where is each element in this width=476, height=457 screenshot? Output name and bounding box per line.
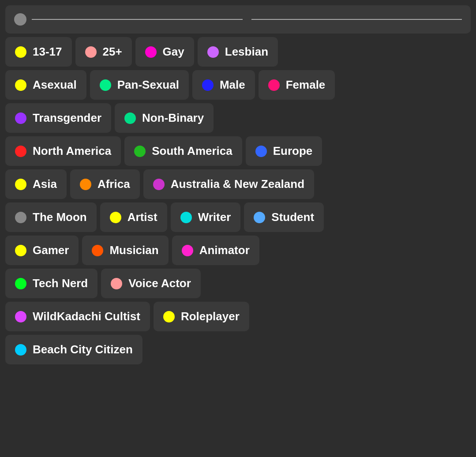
tag-label-1-0: Asexual xyxy=(33,78,77,92)
tag-7-0[interactable]: Tech Nerd xyxy=(5,269,97,298)
tag-row-0: 13-1725+GayLesbian xyxy=(5,37,471,67)
tag-label-7-1: Voice Actor xyxy=(128,277,191,290)
tag-dot-5-3 xyxy=(254,212,265,223)
tag-label-0-0: 13-17 xyxy=(33,45,62,59)
tag-dot-1-2 xyxy=(202,79,214,91)
tag-0-1[interactable]: 25+ xyxy=(75,37,132,67)
tag-row-6: GamerMusicianAnimator xyxy=(5,236,471,265)
tag-row-3: North AmericaSouth AmericaEurope xyxy=(5,136,471,166)
tag-label-6-0: Gamer xyxy=(33,243,69,257)
tag-4-0[interactable]: Asia xyxy=(5,169,67,199)
tag-3-2[interactable]: Europe xyxy=(246,136,322,166)
tag-label-3-0: North America xyxy=(33,144,111,158)
tag-dot-6-1 xyxy=(92,245,103,256)
tag-dot-0-2 xyxy=(145,46,157,58)
tag-row-7: Tech NerdVoice Actor xyxy=(5,269,471,298)
tag-1-2[interactable]: Male xyxy=(192,70,255,100)
tag-label-8-1: Roleplayer xyxy=(181,310,240,323)
tag-label-3-1: South America xyxy=(152,144,232,158)
tag-dot-8-0 xyxy=(15,311,26,322)
tag-dot-0-1 xyxy=(85,46,97,58)
tag-dot-7-1 xyxy=(111,278,122,289)
tag-2-1[interactable]: Non-Binary xyxy=(115,103,214,133)
tag-row-9: Beach City Citizen xyxy=(5,335,471,364)
tag-5-1[interactable]: Artist xyxy=(100,202,167,232)
tag-8-1[interactable]: Roleplayer xyxy=(154,302,249,331)
tag-row-8: WildKadachi CultistRoleplayer xyxy=(5,302,471,331)
tag-label-5-1: Artist xyxy=(127,210,157,224)
tag-label-7-0: Tech Nerd xyxy=(33,277,88,290)
tag-label-5-2: Writer xyxy=(198,210,231,224)
tag-label-4-0: Asia xyxy=(33,177,57,191)
header-dot xyxy=(14,13,26,26)
tag-7-1[interactable]: Voice Actor xyxy=(101,269,201,298)
tag-4-2[interactable]: Australia & New Zealand xyxy=(143,169,314,199)
tag-label-4-1: Africa xyxy=(97,177,130,191)
tag-label-2-1: Non-Binary xyxy=(142,111,204,125)
tag-row-5: The MoonArtistWriterStudent xyxy=(5,202,471,232)
header-title xyxy=(32,19,462,20)
tag-label-1-3: Female xyxy=(286,78,326,92)
tag-5-3[interactable]: Student xyxy=(244,202,324,232)
tag-row-4: AsiaAfricaAustralia & New Zealand xyxy=(5,169,471,199)
tag-dot-6-0 xyxy=(15,245,26,256)
tag-dot-2-0 xyxy=(15,112,26,124)
tag-5-2[interactable]: Writer xyxy=(171,202,241,232)
tag-label-1-1: Pan-Sexual xyxy=(117,78,179,92)
tag-dot-5-1 xyxy=(110,212,121,223)
tags-container: 13-1725+GayLesbianAsexualPan-SexualMaleF… xyxy=(5,37,471,364)
tag-3-1[interactable]: South America xyxy=(124,136,242,166)
tag-dot-3-0 xyxy=(15,146,26,157)
tag-1-0[interactable]: Asexual xyxy=(5,70,86,100)
tag-8-0[interactable]: WildKadachi Cultist xyxy=(5,302,150,331)
tag-0-3[interactable]: Lesbian xyxy=(198,37,278,67)
tag-label-9-0: Beach City Citizen xyxy=(33,343,133,356)
tag-label-6-2: Animator xyxy=(199,243,250,257)
tag-label-0-2: Gay xyxy=(163,45,184,59)
tag-label-6-1: Musician xyxy=(109,243,158,257)
tag-label-1-2: Male xyxy=(220,78,245,92)
tag-dot-1-3 xyxy=(268,79,280,91)
main-container: 13-1725+GayLesbianAsexualPan-SexualMaleF… xyxy=(5,5,471,364)
tag-dot-9-0 xyxy=(15,344,26,356)
tag-1-3[interactable]: Female xyxy=(259,70,335,100)
header-row xyxy=(5,5,471,34)
tag-6-1[interactable]: Musician xyxy=(82,236,168,265)
tag-label-5-3: Student xyxy=(271,210,314,224)
tag-6-2[interactable]: Animator xyxy=(172,236,259,265)
tag-label-2-0: Transgender xyxy=(33,111,101,125)
tag-0-0[interactable]: 13-17 xyxy=(5,37,72,67)
tag-label-4-2: Australia & New Zealand xyxy=(171,177,304,191)
tag-dot-3-2 xyxy=(255,146,267,157)
tag-row-2: TransgenderNon-Binary xyxy=(5,103,471,133)
tag-4-1[interactable]: Africa xyxy=(70,169,140,199)
tag-dot-4-1 xyxy=(80,179,91,190)
tag-1-1[interactable]: Pan-Sexual xyxy=(90,70,189,100)
tag-dot-5-2 xyxy=(180,212,192,223)
tag-label-0-3: Lesbian xyxy=(225,45,268,59)
tag-dot-6-2 xyxy=(182,245,193,256)
tag-dot-2-1 xyxy=(124,112,136,124)
tag-label-8-0: WildKadachi Cultist xyxy=(33,310,140,323)
tag-dot-0-3 xyxy=(207,46,219,58)
tag-dot-0-0 xyxy=(15,46,26,58)
tag-9-0[interactable]: Beach City Citizen xyxy=(5,335,142,364)
tag-dot-4-2 xyxy=(153,179,165,190)
tag-dot-4-0 xyxy=(15,179,26,190)
tag-dot-1-1 xyxy=(100,79,111,91)
tag-label-5-0: The Moon xyxy=(33,210,87,224)
tag-2-0[interactable]: Transgender xyxy=(5,103,111,133)
tag-dot-1-0 xyxy=(15,79,26,91)
tag-row-1: AsexualPan-SexualMaleFemale xyxy=(5,70,471,100)
tag-label-0-1: 25+ xyxy=(103,45,122,59)
tag-dot-7-0 xyxy=(15,278,26,289)
tag-dot-3-1 xyxy=(134,146,146,157)
tag-3-0[interactable]: North America xyxy=(5,136,121,166)
tag-5-0[interactable]: The Moon xyxy=(5,202,97,232)
tag-0-2[interactable]: Gay xyxy=(135,37,194,67)
tag-label-3-2: Europe xyxy=(273,144,313,158)
tag-dot-5-0 xyxy=(15,212,26,223)
tag-dot-8-1 xyxy=(163,311,175,322)
tag-6-0[interactable]: Gamer xyxy=(5,236,79,265)
